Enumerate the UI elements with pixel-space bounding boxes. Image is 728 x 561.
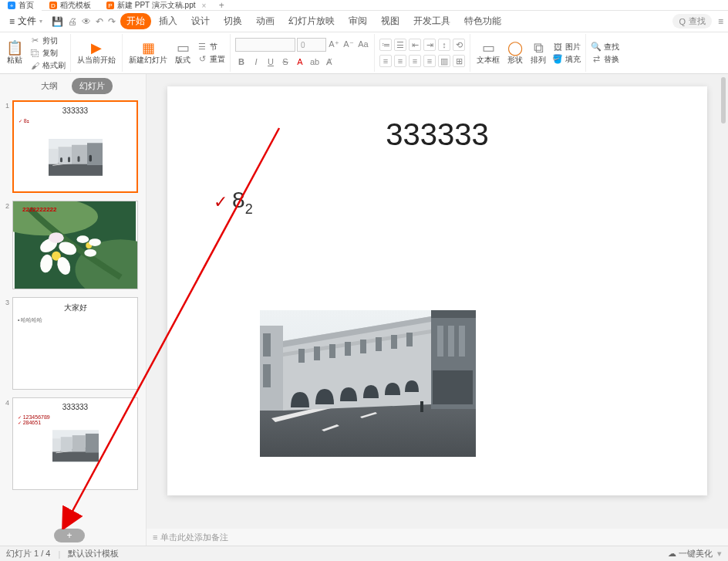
line-spacing-icon[interactable]: ↕ xyxy=(438,39,450,51)
svg-rect-7 xyxy=(49,149,59,164)
collapse-icon[interactable]: ▾ xyxy=(717,549,722,559)
thumb-content[interactable]: 大家好 • 哈哈哈哈 xyxy=(12,297,138,390)
align-center-icon[interactable]: ≡ xyxy=(394,55,406,67)
indent-icon[interactable]: ⇥ xyxy=(423,39,436,51)
tab-document[interactable]: P 新建 PPT 演示文稿.ppt × xyxy=(99,0,214,11)
tab-template[interactable]: D 稻壳模板 xyxy=(42,0,99,11)
notes-placeholder: 单击此处添加备注 xyxy=(160,532,228,543)
grow-font-icon[interactable]: A⁺ xyxy=(328,38,340,50)
beautify-button[interactable]: ☁ 一键美化 xyxy=(668,548,713,559)
fill-button[interactable]: 🪣填充 xyxy=(552,54,581,65)
slide-editor[interactable]: 333333 ✓ 8 2 xyxy=(147,74,728,546)
change-case-icon[interactable]: Aa xyxy=(357,38,369,50)
underline-button[interactable]: U xyxy=(265,56,277,68)
slide-image[interactable] xyxy=(260,310,476,457)
new-slide-button[interactable]: ▦ 新建幻灯片 xyxy=(127,41,169,66)
columns-icon[interactable]: ▥ xyxy=(438,55,450,67)
find-button[interactable]: 🔍查找 xyxy=(591,42,619,52)
notes-icon: ≡ xyxy=(153,532,157,542)
layout-button[interactable]: ▭ 版式 xyxy=(174,41,192,66)
slide-bullet[interactable]: ✓ 8 2 xyxy=(214,187,253,213)
section-button[interactable]: ☰节 xyxy=(197,42,225,52)
shapes-button[interactable]: ◯ 形状 xyxy=(506,41,524,66)
bullets-icon[interactable]: ≔ xyxy=(379,39,392,51)
scrollbar-thumb[interactable] xyxy=(721,77,726,123)
thumbnail-1[interactable]: 1 333333 8₂ xyxy=(3,100,138,193)
tab-review[interactable]: 审阅 xyxy=(342,13,373,29)
thumbnail-2[interactable]: 2 xyxy=(3,201,138,289)
new-tab-button[interactable]: + xyxy=(214,0,229,10)
slides-tab[interactable]: 幻灯片 xyxy=(72,78,113,94)
tab-design[interactable]: 设计 xyxy=(185,13,216,29)
tab-feature[interactable]: 特色功能 xyxy=(458,13,507,29)
play-from-current-button[interactable]: ▶ 从当前开始 xyxy=(76,41,117,66)
slide-title-text[interactable]: 333333 xyxy=(167,117,707,152)
copy-icon: ⿻ xyxy=(29,48,40,59)
reset-button[interactable]: ↺重置 xyxy=(197,54,225,65)
tab-dev[interactable]: 开发工具 xyxy=(407,13,457,29)
redo-icon[interactable]: ↷ xyxy=(108,16,116,27)
outdent-icon[interactable]: ⇤ xyxy=(409,39,421,51)
file-menu[interactable]: ≡ 文件 ▾ xyxy=(5,13,47,29)
tab-transition[interactable]: 切换 xyxy=(217,13,248,29)
vertical-scrollbar[interactable] xyxy=(720,74,726,546)
align-right-icon[interactable]: ≡ xyxy=(409,55,421,67)
picture-button[interactable]: 🖼图片 xyxy=(552,42,581,52)
search-input[interactable]: Q 查找 xyxy=(672,14,712,29)
tab-view[interactable]: 视图 xyxy=(375,13,406,29)
save-icon[interactable]: 💾 xyxy=(52,16,63,27)
layout-label: 版式 xyxy=(175,55,190,66)
numbering-icon[interactable]: ☰ xyxy=(394,39,406,51)
italic-button[interactable]: I xyxy=(250,56,262,68)
clear-format-button[interactable]: A̸ xyxy=(323,56,335,68)
thumb-content[interactable]: 333333 8₂ xyxy=(12,100,138,193)
align-text-icon[interactable]: ⊞ xyxy=(453,55,465,67)
paste-button[interactable]: 📋 粘贴 xyxy=(5,41,25,66)
tab-slideshow[interactable]: 幻灯片放映 xyxy=(282,13,341,29)
font-size-combo[interactable]: 0 xyxy=(297,38,326,52)
arrange-button[interactable]: ⧉ 排列 xyxy=(529,41,548,66)
strike-button[interactable]: S xyxy=(279,56,292,68)
svg-rect-50 xyxy=(345,342,351,356)
font-color-button[interactable]: A xyxy=(294,56,306,68)
svg-rect-11 xyxy=(89,155,92,162)
find-icon: 🔍 xyxy=(591,42,602,52)
svg-rect-29 xyxy=(85,434,98,453)
notes-input[interactable]: ≡ 单击此处添加备注 xyxy=(147,529,728,546)
print-icon[interactable]: 🖨 xyxy=(68,16,77,27)
preview-icon[interactable]: 👁 xyxy=(82,16,91,27)
bold-button[interactable]: B xyxy=(235,56,248,68)
highlight-button[interactable]: ab xyxy=(308,56,321,68)
thumb-content[interactable]: 333333 123456789 284651 xyxy=(12,397,138,490)
copy-button[interactable]: ⿻复制 xyxy=(29,48,66,59)
more-menu-icon[interactable]: ≡ xyxy=(718,16,723,27)
thumbnail-3[interactable]: 3 大家好 • 哈哈哈哈 xyxy=(3,297,138,390)
text-direction-icon[interactable]: ⟲ xyxy=(453,39,465,51)
format-painter-button[interactable]: 🖌格式刷 xyxy=(29,60,66,71)
align-justify-icon[interactable]: ≡ xyxy=(423,55,436,67)
tab-animation[interactable]: 动画 xyxy=(250,13,281,29)
beautify-label: 一键美化 xyxy=(679,548,713,559)
cut-button[interactable]: ✂剪切 xyxy=(29,35,66,46)
tab-close-icon[interactable]: × xyxy=(202,2,207,10)
svg-point-20 xyxy=(49,232,64,243)
undo-icon[interactable]: ↶ xyxy=(96,16,103,27)
thumbnail-4[interactable]: 4 333333 123456789 284651 xyxy=(3,397,138,490)
tab-insert[interactable]: 插入 xyxy=(153,13,184,29)
shrink-font-icon[interactable]: A⁻ xyxy=(342,38,355,50)
tab-home[interactable]: + 首页 xyxy=(0,0,42,11)
thumb-content[interactable]: 2222222222 xyxy=(12,201,138,289)
slide-panel: 大纲 幻灯片 1 333333 8₂ xyxy=(0,74,147,546)
textbox-button[interactable]: ▭ 文本框 xyxy=(475,41,501,66)
tab-start[interactable]: 开始 xyxy=(120,13,151,29)
page-indicator: 幻灯片 1 / 4 xyxy=(6,548,50,559)
replace-button[interactable]: ⇄替换 xyxy=(591,54,619,65)
font-name-combo[interactable] xyxy=(235,38,295,52)
outline-tab[interactable]: 大纲 xyxy=(33,78,66,94)
replace-icon: ⇄ xyxy=(591,54,602,65)
add-slide-button[interactable]: + xyxy=(54,529,85,542)
template-indicator: 默认设计模板 xyxy=(68,548,119,559)
slide-canvas[interactable]: 333333 ✓ 8 2 xyxy=(167,86,707,495)
align-left-icon[interactable]: ≡ xyxy=(379,55,392,67)
svg-rect-8 xyxy=(60,157,62,162)
